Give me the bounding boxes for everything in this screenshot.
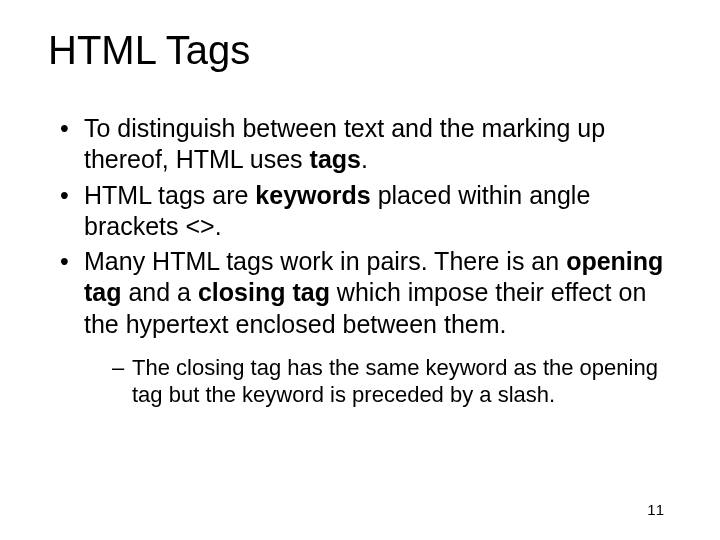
bullet-text: . bbox=[361, 145, 368, 173]
sub-bullet-text: The closing tag has the same keyword as … bbox=[132, 355, 658, 408]
sub-bullet-list: The closing tag has the same keyword as … bbox=[84, 354, 672, 409]
bullet-text: HTML tags are bbox=[84, 181, 255, 209]
bold-text: closing tag bbox=[198, 278, 330, 306]
slide-title: HTML Tags bbox=[48, 28, 672, 73]
bullet-list: To distinguish between text and the mark… bbox=[48, 113, 672, 409]
page-number: 11 bbox=[647, 501, 664, 518]
bullet-text: and a bbox=[122, 278, 198, 306]
bullet-item: HTML tags are keywords placed within ang… bbox=[60, 180, 672, 243]
bullet-text: Many HTML tags work in pairs. There is a… bbox=[84, 247, 566, 275]
bullet-item: To distinguish between text and the mark… bbox=[60, 113, 672, 176]
sub-bullet-item: The closing tag has the same keyword as … bbox=[112, 354, 672, 409]
bold-text: keywords bbox=[255, 181, 370, 209]
bold-text: tags bbox=[310, 145, 361, 173]
bullet-item: Many HTML tags work in pairs. There is a… bbox=[60, 246, 672, 409]
